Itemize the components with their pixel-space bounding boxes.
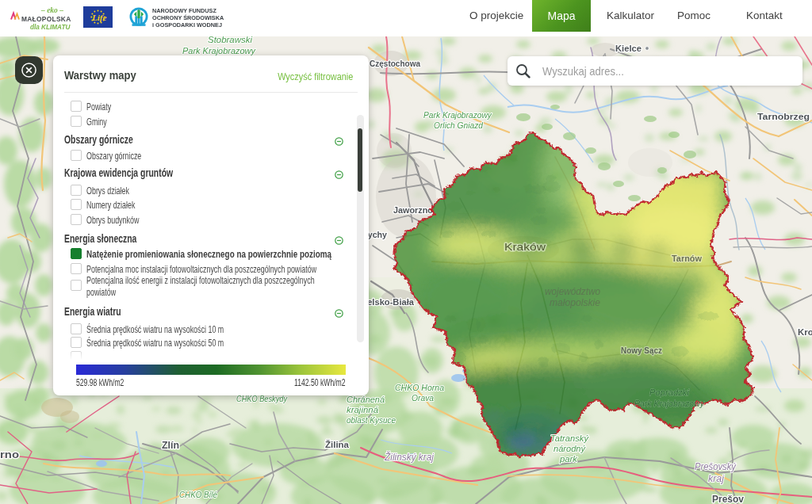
svg-text:Park Krajobrazowy: Park Krajobrazowy [423, 110, 492, 120]
svg-text:Popradzki: Popradzki [649, 388, 690, 397]
svg-text:Zlín: Zlín [162, 440, 179, 451]
svg-text:CHKO Horna: CHKO Horna [395, 383, 444, 392]
svg-text:województwo: województwo [545, 285, 600, 297]
svg-text:Tarnów: Tarnów [672, 254, 702, 263]
svg-text:národný: národný [553, 444, 586, 453]
svg-text:Orava: Orava [412, 393, 434, 403]
svg-text:Kraków: Kraków [504, 241, 546, 253]
svg-text:Žilina: Žilina [325, 440, 350, 449]
svg-text:Chránená: Chránená [347, 395, 385, 404]
svg-text:Nowy Sącz: Nowy Sącz [621, 346, 662, 355]
svg-text:oblast Kysuce: oblast Kysuce [347, 415, 396, 425]
svg-text:Częstochowa: Częstochowa [370, 59, 421, 68]
svg-text:Tatranský: Tatranský [550, 433, 589, 443]
svg-text:park: park [559, 454, 578, 464]
svg-text:małopolskie: małopolskie [550, 296, 600, 308]
svg-text:Park Krajobrazowy: Park Krajobrazowy [634, 399, 705, 408]
svg-text:Tarnobrzeg: Tarnobrzeg [757, 112, 810, 121]
svg-text:Krosno: Krosno [798, 327, 812, 337]
svg-text:Žilinský kraj: Žilinský kraj [384, 451, 434, 463]
svg-text:CHKO Bílé: CHKO Bílé [179, 490, 217, 499]
svg-text:Prešovský: Prešovský [695, 461, 737, 472]
svg-text:Jaworzno: Jaworzno [393, 205, 433, 215]
svg-text:rno: rno [0, 449, 19, 460]
svg-text:kraj: kraj [708, 473, 725, 484]
svg-text:Kielce: Kielce [615, 44, 642, 53]
svg-text:Orlich Gniazd: Orlich Gniazd [434, 120, 484, 130]
svg-text:Park Krajobrazowy: Park Krajobrazowy [182, 46, 256, 55]
svg-text:krajinná: krajinná [347, 405, 378, 414]
svg-text:Prešov: Prešov [712, 494, 744, 504]
